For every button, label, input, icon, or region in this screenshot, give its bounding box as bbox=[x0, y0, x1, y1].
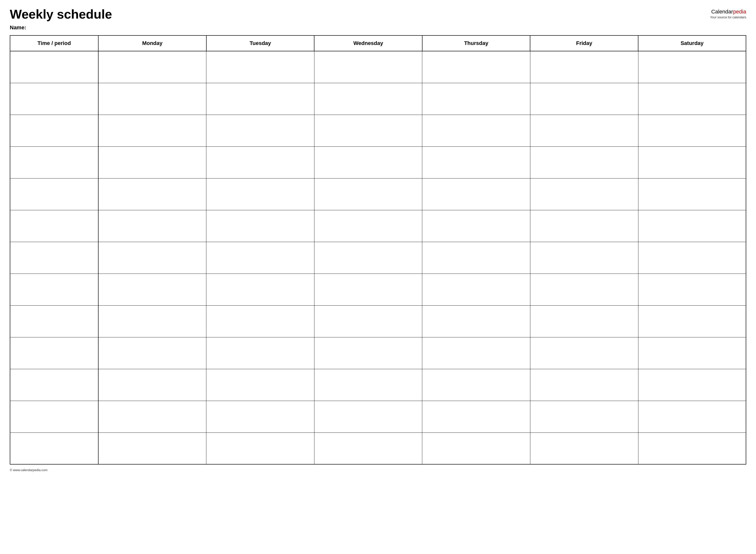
schedule-cell[interactable] bbox=[422, 242, 530, 274]
schedule-cell[interactable] bbox=[98, 147, 206, 178]
schedule-cell[interactable] bbox=[314, 147, 422, 178]
schedule-cell[interactable] bbox=[530, 51, 638, 83]
schedule-cell[interactable] bbox=[530, 337, 638, 369]
footer-copyright: © www.calendarpedia.com bbox=[10, 468, 47, 472]
schedule-cell[interactable] bbox=[530, 369, 638, 401]
schedule-cell[interactable] bbox=[530, 306, 638, 337]
schedule-cell[interactable] bbox=[206, 369, 314, 401]
schedule-cell[interactable] bbox=[98, 51, 206, 83]
schedule-cell[interactable] bbox=[638, 210, 746, 242]
schedule-cell[interactable] bbox=[422, 369, 530, 401]
time-period-cell[interactable] bbox=[10, 401, 98, 433]
schedule-cell[interactable] bbox=[638, 369, 746, 401]
schedule-cell[interactable] bbox=[530, 210, 638, 242]
schedule-cell[interactable] bbox=[206, 337, 314, 369]
schedule-cell[interactable] bbox=[314, 401, 422, 433]
schedule-cell[interactable] bbox=[314, 115, 422, 147]
time-period-cell[interactable] bbox=[10, 51, 98, 83]
schedule-cell[interactable] bbox=[98, 306, 206, 337]
schedule-cell[interactable] bbox=[422, 401, 530, 433]
schedule-cell[interactable] bbox=[422, 115, 530, 147]
schedule-cell[interactable] bbox=[422, 210, 530, 242]
schedule-cell[interactable] bbox=[314, 306, 422, 337]
schedule-cell[interactable] bbox=[314, 242, 422, 274]
schedule-cell[interactable] bbox=[638, 306, 746, 337]
schedule-cell[interactable] bbox=[422, 83, 530, 115]
schedule-cell[interactable] bbox=[206, 51, 314, 83]
schedule-cell[interactable] bbox=[206, 83, 314, 115]
schedule-cell[interactable] bbox=[314, 51, 422, 83]
schedule-cell[interactable] bbox=[98, 210, 206, 242]
schedule-cell[interactable] bbox=[206, 210, 314, 242]
schedule-cell[interactable] bbox=[206, 115, 314, 147]
schedule-cell[interactable] bbox=[422, 51, 530, 83]
schedule-cell[interactable] bbox=[638, 433, 746, 464]
schedule-cell[interactable] bbox=[206, 274, 314, 306]
schedule-cell[interactable] bbox=[314, 210, 422, 242]
header-area: Weekly schedule Name: Calendarpedia Your… bbox=[10, 7, 746, 31]
weekly-schedule-table: Time / period Monday Tuesday Wednesday T… bbox=[10, 35, 746, 464]
schedule-cell[interactable] bbox=[206, 178, 314, 210]
schedule-cell[interactable] bbox=[98, 337, 206, 369]
schedule-cell[interactable] bbox=[98, 83, 206, 115]
time-period-cell[interactable] bbox=[10, 210, 98, 242]
time-period-cell[interactable] bbox=[10, 306, 98, 337]
schedule-cell[interactable] bbox=[422, 147, 530, 178]
schedule-cell[interactable] bbox=[206, 306, 314, 337]
schedule-cell[interactable] bbox=[422, 306, 530, 337]
schedule-cell[interactable] bbox=[206, 242, 314, 274]
schedule-cell[interactable] bbox=[638, 242, 746, 274]
time-period-cell[interactable] bbox=[10, 337, 98, 369]
schedule-cell[interactable] bbox=[314, 83, 422, 115]
schedule-cell[interactable] bbox=[98, 178, 206, 210]
schedule-cell[interactable] bbox=[530, 401, 638, 433]
schedule-cell[interactable] bbox=[530, 178, 638, 210]
col-header-wednesday: Wednesday bbox=[314, 36, 422, 51]
schedule-cell[interactable] bbox=[314, 337, 422, 369]
time-period-cell[interactable] bbox=[10, 242, 98, 274]
schedule-cell[interactable] bbox=[314, 433, 422, 464]
schedule-cell[interactable] bbox=[638, 83, 746, 115]
schedule-cell[interactable] bbox=[98, 401, 206, 433]
schedule-cell[interactable] bbox=[314, 369, 422, 401]
schedule-cell[interactable] bbox=[638, 51, 746, 83]
schedule-cell[interactable] bbox=[638, 274, 746, 306]
time-period-cell[interactable] bbox=[10, 115, 98, 147]
schedule-cell[interactable] bbox=[530, 242, 638, 274]
schedule-cell[interactable] bbox=[422, 178, 530, 210]
schedule-cell[interactable] bbox=[314, 274, 422, 306]
schedule-cell[interactable] bbox=[638, 147, 746, 178]
time-period-cell[interactable] bbox=[10, 433, 98, 464]
schedule-cell[interactable] bbox=[422, 433, 530, 464]
schedule-cell[interactable] bbox=[530, 115, 638, 147]
schedule-cell[interactable] bbox=[638, 401, 746, 433]
time-period-cell[interactable] bbox=[10, 274, 98, 306]
schedule-cell[interactable] bbox=[98, 433, 206, 464]
schedule-cell[interactable] bbox=[422, 274, 530, 306]
schedule-cell[interactable] bbox=[98, 242, 206, 274]
schedule-cell[interactable] bbox=[638, 178, 746, 210]
schedule-cell[interactable] bbox=[206, 433, 314, 464]
table-row bbox=[10, 242, 746, 274]
schedule-cell[interactable] bbox=[530, 147, 638, 178]
schedule-cell[interactable] bbox=[530, 83, 638, 115]
time-period-cell[interactable] bbox=[10, 83, 98, 115]
schedule-cell[interactable] bbox=[530, 433, 638, 464]
footer-area: © www.calendarpedia.com bbox=[10, 468, 746, 472]
schedule-cell[interactable] bbox=[98, 115, 206, 147]
table-row bbox=[10, 147, 746, 178]
schedule-cell[interactable] bbox=[206, 401, 314, 433]
time-period-cell[interactable] bbox=[10, 369, 98, 401]
schedule-cell[interactable] bbox=[530, 274, 638, 306]
table-row bbox=[10, 306, 746, 337]
time-period-cell[interactable] bbox=[10, 178, 98, 210]
time-period-cell[interactable] bbox=[10, 147, 98, 178]
schedule-cell[interactable] bbox=[422, 337, 530, 369]
schedule-cell[interactable] bbox=[98, 369, 206, 401]
schedule-cell[interactable] bbox=[314, 178, 422, 210]
schedule-cell[interactable] bbox=[98, 274, 206, 306]
schedule-cell[interactable] bbox=[638, 337, 746, 369]
col-header-friday: Friday bbox=[530, 36, 638, 51]
schedule-cell[interactable] bbox=[206, 147, 314, 178]
schedule-cell[interactable] bbox=[638, 115, 746, 147]
